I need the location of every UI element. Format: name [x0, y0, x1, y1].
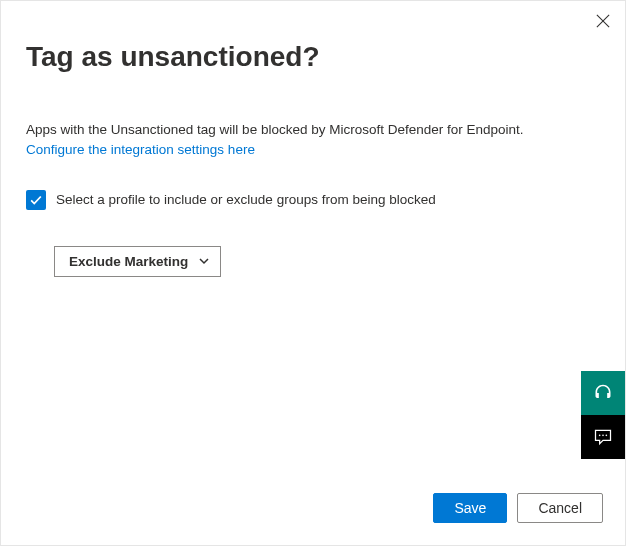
dialog-content: Tag as unsanctioned? Apps with the Unsan…	[1, 1, 625, 297]
headset-icon	[593, 383, 613, 403]
dialog-description: Apps with the Unsanctioned tag will be b…	[26, 121, 600, 140]
cancel-button[interactable]: Cancel	[517, 493, 603, 523]
chevron-down-icon	[198, 255, 210, 267]
profile-checkbox-row: Select a profile to include or exclude g…	[26, 190, 600, 210]
dialog-title: Tag as unsanctioned?	[26, 41, 600, 73]
feedback-icon	[593, 427, 613, 447]
profile-checkbox[interactable]	[26, 190, 46, 210]
close-icon	[596, 14, 610, 28]
profile-dropdown-label: Exclude Marketing	[69, 254, 188, 269]
save-button[interactable]: Save	[433, 493, 507, 523]
checkmark-icon	[29, 193, 43, 207]
profile-dropdown[interactable]: Exclude Marketing	[54, 246, 221, 277]
configure-integration-link[interactable]: Configure the integration settings here	[26, 142, 255, 157]
svg-point-4	[606, 435, 608, 437]
profile-checkbox-label: Select a profile to include or exclude g…	[56, 192, 436, 207]
close-button[interactable]	[593, 11, 613, 31]
feedback-widget[interactable]	[581, 415, 625, 459]
dialog-footer: Save Cancel	[433, 493, 603, 523]
support-widget[interactable]	[581, 371, 625, 415]
side-widgets	[581, 371, 625, 459]
svg-point-2	[599, 435, 601, 437]
svg-point-3	[602, 435, 604, 437]
